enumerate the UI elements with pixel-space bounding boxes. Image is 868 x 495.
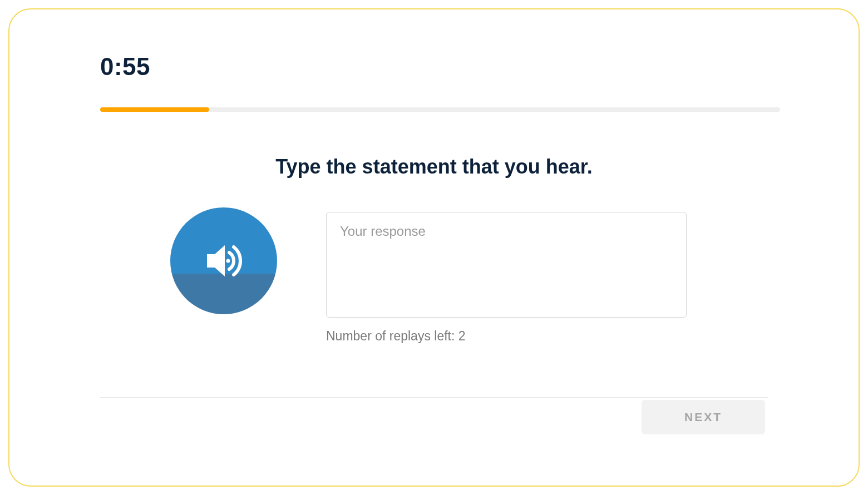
timer-display: 0:55 xyxy=(100,53,778,81)
play-audio-button[interactable] xyxy=(170,207,277,314)
next-button[interactable]: NEXT xyxy=(642,400,765,434)
exercise-row: Number of replays left: 2 xyxy=(79,212,778,344)
response-input[interactable] xyxy=(326,212,687,318)
replays-left-text: Number of replays left: 2 xyxy=(326,329,687,344)
divider xyxy=(100,397,768,398)
progress-fill xyxy=(100,107,209,112)
speaker-icon xyxy=(196,233,251,289)
instruction-text: Type the statement that you hear. xyxy=(90,155,778,179)
response-column: Number of replays left: 2 xyxy=(326,212,687,344)
exercise-card: 0:55 Type the statement that you hear. N… xyxy=(8,8,860,487)
svg-point-0 xyxy=(226,259,230,263)
progress-bar xyxy=(100,107,780,112)
